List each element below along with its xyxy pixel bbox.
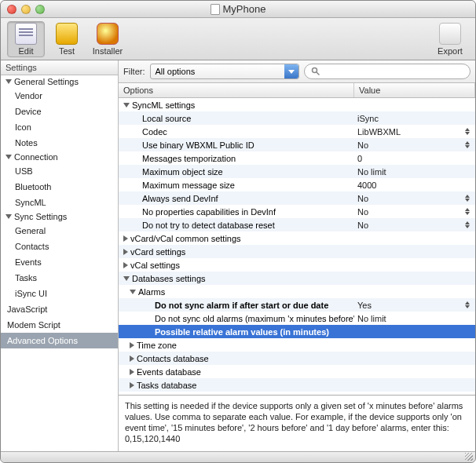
edit-icon — [15, 23, 37, 45]
sidebar-item[interactable]: Contacts — [1, 239, 118, 254]
stepper-icon[interactable] — [464, 301, 471, 308]
tree-row[interactable]: vCard settings — [119, 245, 475, 258]
disclosure-triangle-icon — [130, 382, 134, 388]
sidebar-group[interactable]: General Settings — [1, 75, 118, 88]
tree-row[interactable]: SyncML settings — [119, 98, 475, 111]
export-label: Export — [438, 46, 463, 56]
tree-row[interactable]: Do not sync alarm if after start or due … — [119, 298, 475, 312]
tree-row[interactable]: Maximum object sizeNo limit — [119, 165, 475, 178]
sidebar-item[interactable]: Device — [1, 104, 118, 119]
test-label: Test — [59, 46, 75, 56]
sidebar-item[interactable]: JavaScript — [1, 301, 118, 317]
sidebar-item[interactable]: Modem Script — [1, 317, 118, 333]
sidebar-item[interactable]: Advanced Options — [1, 333, 118, 348]
installer-label: Installer — [93, 46, 123, 56]
tree-row[interactable]: Do not try to detect database resetNo — [119, 218, 475, 232]
edit-button[interactable]: Edit — [7, 21, 45, 57]
column-headers: Options Value — [119, 83, 475, 98]
filter-value: All options — [156, 67, 196, 76]
close-button[interactable] — [7, 5, 16, 14]
tree-row[interactable]: vCard/vCal common settings — [119, 232, 475, 245]
disclosure-triangle-icon — [5, 214, 12, 219]
tree-row[interactable]: Always send DevInfNo — [119, 191, 475, 205]
svg-line-1 — [316, 72, 319, 75]
disclosure-triangle-icon — [130, 342, 134, 348]
disclosure-triangle-icon — [123, 103, 130, 108]
tree-row[interactable]: Time zone — [119, 338, 475, 352]
options-tree[interactable]: SyncML settingsLocal sourceiSyncCodecLib… — [119, 98, 475, 395]
search-icon — [311, 67, 320, 76]
main-panel: Filter: All options Options Value SyncML… — [119, 60, 475, 451]
sidebar-item[interactable]: Notes — [1, 135, 118, 151]
zoom-button[interactable] — [35, 5, 45, 14]
disclosure-triangle-icon — [130, 290, 136, 294]
sidebar-item[interactable]: General — [1, 223, 118, 239]
tree-row[interactable]: Do not sync old alarms (maximum 'x minut… — [119, 312, 475, 325]
disclosure-triangle-icon — [130, 369, 134, 375]
minimize-button[interactable] — [21, 5, 31, 14]
sidebar-header: Settings — [1, 60, 118, 75]
tree-row[interactable]: Maximum message size4000 — [119, 178, 475, 191]
sidebar: Settings General SettingsVendorDeviceIco… — [1, 60, 119, 451]
disclosure-triangle-icon — [123, 262, 128, 268]
disclosure-triangle-icon — [5, 155, 12, 159]
installer-button[interactable]: Installer — [89, 21, 126, 57]
sidebar-item[interactable]: SyncML — [1, 195, 118, 210]
tree-row[interactable]: Messages temporization0 — [119, 151, 475, 165]
sidebar-item[interactable]: iSync UI — [1, 286, 118, 301]
col-options[interactable]: Options — [119, 83, 354, 97]
sidebar-group[interactable]: Sync Settings — [1, 210, 118, 223]
disclosure-triangle-icon — [5, 79, 12, 84]
tree-row[interactable]: CodecLibWBXML — [119, 125, 475, 138]
edit-label: Edit — [19, 46, 34, 56]
stepper-icon[interactable] — [464, 195, 471, 202]
resize-grip[interactable] — [465, 453, 473, 461]
sidebar-item[interactable]: Events — [1, 254, 118, 270]
stepper-icon[interactable] — [464, 221, 471, 228]
sidebar-item[interactable]: Tasks — [1, 270, 118, 286]
filter-label: Filter: — [123, 67, 145, 76]
disclosure-triangle-icon — [123, 235, 128, 242]
toolbar: Edit Test Installer Export — [1, 18, 475, 60]
export-button[interactable]: Export — [431, 21, 469, 57]
tree-row[interactable]: Alarms — [119, 285, 475, 298]
disclosure-triangle-icon — [123, 276, 130, 281]
description-text: This setting is needed if the device sup… — [125, 401, 463, 443]
tree-row[interactable]: Contacts database — [119, 352, 475, 365]
col-value[interactable]: Value — [354, 83, 475, 97]
document-icon — [211, 4, 220, 15]
installer-icon — [97, 23, 119, 45]
tree-row[interactable]: Tasks database — [119, 378, 475, 392]
window-title: MyPhone — [1, 3, 475, 15]
window: MyPhone Edit Test Installer Export Sett — [0, 0, 476, 463]
titlebar: MyPhone — [1, 1, 475, 18]
stepper-icon[interactable] — [464, 208, 471, 215]
tree-row[interactable]: Events database — [119, 365, 475, 378]
test-icon — [56, 23, 78, 45]
sidebar-item[interactable]: Vendor — [1, 88, 118, 104]
tree-row[interactable]: Local sourceiSync — [119, 111, 475, 125]
filter-bar: Filter: All options — [119, 60, 475, 83]
sidebar-item[interactable]: Bluetooth — [1, 179, 118, 195]
disclosure-triangle-icon — [123, 249, 128, 255]
tree-row[interactable]: vCal settings — [119, 258, 475, 272]
export-icon — [439, 23, 461, 45]
description-panel: This setting is needed if the device sup… — [119, 395, 475, 451]
sidebar-item[interactable]: USB — [1, 163, 118, 179]
test-button[interactable]: Test — [48, 21, 86, 57]
chevron-down-icon — [284, 64, 298, 78]
tree-row[interactable]: No properties capabilities in DevInfNo — [119, 205, 475, 218]
tree-row[interactable]: Possible relative alarm values (in minut… — [119, 325, 475, 338]
svg-point-0 — [312, 68, 317, 73]
stepper-icon[interactable] — [464, 141, 471, 148]
disclosure-triangle-icon — [130, 355, 134, 362]
footer — [1, 451, 475, 462]
tree-row[interactable]: Databases settings — [119, 272, 475, 285]
search-input[interactable] — [304, 64, 471, 79]
sidebar-item[interactable]: Icon — [1, 119, 118, 135]
sidebar-group[interactable]: Connection — [1, 151, 118, 163]
filter-select[interactable]: All options — [150, 64, 299, 79]
tree-row[interactable]: Use binary WBXML Public IDNo — [119, 138, 475, 151]
stepper-icon[interactable] — [464, 128, 471, 135]
